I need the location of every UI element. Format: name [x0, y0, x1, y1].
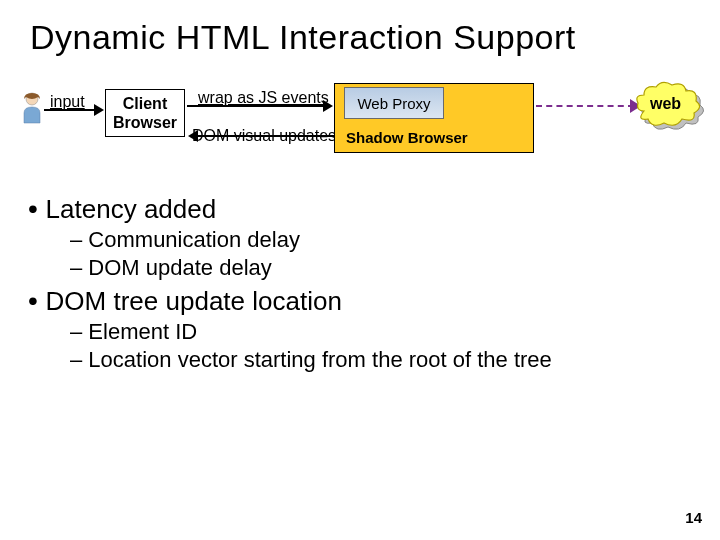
user-icon	[20, 91, 44, 125]
bullet-content: Latency added Communication delay DOM up…	[0, 193, 720, 373]
bullet-element-id: Element ID	[70, 319, 690, 345]
input-arrow-line	[44, 109, 98, 111]
bullet-latency: Latency added	[28, 193, 690, 225]
bullet-dom-location: DOM tree update location	[28, 285, 690, 317]
bullet-comm-delay: Communication delay	[70, 227, 690, 253]
wrap-arrowhead-icon	[323, 100, 333, 112]
shadow-browser-label: Shadow Browser	[346, 129, 468, 146]
wrap-arrow-line	[187, 105, 327, 107]
web-cloud-label: web	[650, 95, 681, 113]
client-line2: Browser	[106, 113, 184, 132]
architecture-diagram: input Client Browser wrap as JS events D…	[0, 85, 720, 185]
slide-title: Dynamic HTML Interaction Support	[0, 0, 720, 57]
slide-number: 14	[685, 509, 702, 526]
client-line1: Client	[106, 94, 184, 113]
input-arrowhead-icon	[94, 104, 104, 116]
bullet-location-vector: Location vector starting from the root o…	[70, 347, 690, 373]
web-proxy-box: Web Proxy	[344, 87, 444, 119]
client-browser-box: Client Browser	[105, 89, 185, 137]
bullet-dom-delay: DOM update delay	[70, 255, 690, 281]
dom-updates-label: DOM visual updates	[192, 127, 336, 145]
dashed-connector	[536, 105, 634, 107]
